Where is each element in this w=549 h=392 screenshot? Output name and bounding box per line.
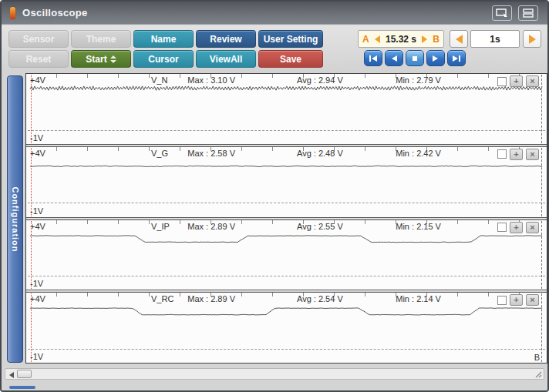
cursor-b-marker-label: B: [534, 353, 540, 362]
channel-select-checkbox[interactable]: [497, 296, 507, 305]
playback-controls: [364, 50, 466, 66]
top-voltage-label: +4V: [30, 294, 45, 303]
cursor-b-line: [541, 75, 542, 143]
top-voltage-label: +4V: [30, 222, 45, 231]
channel-avg: Avg : 2.54 V: [297, 294, 343, 303]
titlebar: Oscilloscope: [2, 2, 547, 25]
window-restore-button[interactable]: [492, 5, 512, 21]
start-button[interactable]: Start: [71, 50, 131, 68]
range-b-right-arrow-icon[interactable]: [422, 35, 427, 43]
waveform-v-g: [26, 147, 547, 217]
channel-close-button[interactable]: ×: [526, 149, 539, 160]
reset-button[interactable]: Reset: [8, 50, 69, 68]
channel-select-checkbox[interactable]: [497, 149, 507, 159]
cursor-a-label: A: [362, 34, 369, 45]
toolbar-row-2: Reset Start Cursor ViewAll Save: [8, 50, 323, 68]
channel-min: Min : 2.15 V: [396, 222, 441, 231]
sensor-button[interactable]: Sensor: [8, 30, 69, 48]
channel-min: Min : 2.42 V: [396, 149, 441, 158]
minus-1v-dashed-line: [28, 130, 545, 131]
cursor-b-line: [541, 221, 542, 290]
channel-zoom-button[interactable]: +: [510, 75, 523, 87]
user-setting-button[interactable]: User Setting: [258, 30, 323, 48]
channel-name: V_RC: [151, 294, 173, 303]
step-forward-icon: [432, 55, 440, 62]
waveform-v-n: [26, 74, 547, 144]
user-setting-button-label: User Setting: [264, 34, 318, 45]
channels-container: +4V V_N Max : 3.10 V Avg : 2.94 V Min : …: [25, 73, 547, 364]
scope-content-area: Configuration +4V V_N Max : 3.10 V Avg :…: [2, 72, 547, 390]
right-arrow-icon: [529, 35, 536, 44]
channel-v-rc: +4V V_RC Max : 2.89 V Avg : 2.54 V Min :…: [26, 293, 547, 363]
top-voltage-label: +4V: [30, 75, 45, 85]
channel-zoom-button[interactable]: +: [510, 222, 523, 233]
configuration-panel-tab[interactable]: Configuration: [7, 75, 23, 363]
step-forward-button[interactable]: [426, 50, 445, 66]
viewall-button-label: ViewAll: [210, 54, 242, 65]
left-arrow-icon: [456, 35, 463, 44]
channel-close-button[interactable]: ×: [526, 75, 539, 87]
waveform-v-ip: [26, 220, 547, 290]
step-back-icon: [390, 55, 398, 62]
reset-button-label: Reset: [26, 54, 52, 65]
name-button[interactable]: Name: [133, 30, 194, 48]
step-back-button[interactable]: [385, 50, 403, 66]
skip-to-start-button[interactable]: [364, 50, 382, 66]
oscilloscope-window: Oscilloscope Sensor Theme Name Review Us…: [0, 0, 549, 392]
stacked-bars-icon: [523, 8, 534, 18]
minus-1v-dashed-line: [28, 276, 545, 276]
channel-max: Max : 2.89 V: [187, 294, 235, 303]
channel-zoom-button[interactable]: +: [510, 149, 523, 160]
theme-button-label: Theme: [86, 34, 116, 45]
window-menu-button[interactable]: [518, 5, 538, 21]
cursor-button[interactable]: Cursor: [133, 50, 194, 68]
horizontal-scrollbar[interactable]: [5, 368, 544, 380]
channel-v-ip: +4V V_IP Max : 2.89 V Avg : 2.55 V Min :…: [26, 220, 547, 290]
channel-avg: Avg : 2.48 V: [297, 149, 343, 158]
channel-controls: + ×: [497, 222, 539, 233]
top-voltage-label: +4V: [30, 149, 45, 158]
channel-select-checkbox[interactable]: [497, 77, 507, 86]
timebase-decrease-button[interactable]: [450, 30, 468, 48]
channel-min: Min : 2.14 V: [396, 294, 441, 303]
scroll-left-arrow-icon[interactable]: [9, 372, 14, 378]
bottom-voltage-label: -1V: [30, 133, 43, 142]
ab-range-display: A 15.32 s B: [358, 30, 444, 48]
bottom-accent-strip: [9, 386, 35, 389]
sensor-button-label: Sensor: [23, 34, 55, 45]
channel-select-checkbox[interactable]: [497, 223, 507, 232]
toolbar: Sensor Theme Name Review User Setting Re…: [2, 25, 547, 72]
window-restore-icon: [496, 8, 508, 18]
bottom-voltage-label: -1V: [30, 206, 43, 216]
timebase-increase-button[interactable]: [523, 30, 541, 48]
cursor-b-line: [541, 148, 542, 216]
name-button-label: Name: [151, 34, 177, 45]
skip-to-end-button[interactable]: [447, 50, 466, 66]
ab-range-value: 15.32 s: [386, 34, 416, 45]
channel-zoom-button[interactable]: +: [510, 294, 523, 306]
range-a-left-arrow-icon[interactable]: [375, 35, 380, 43]
bottom-voltage-label: -1V: [30, 352, 43, 361]
cursor-b-line: [541, 293, 542, 362]
review-button-label: Review: [210, 34, 241, 45]
window-title: Oscilloscope: [22, 7, 88, 18]
scrollbar-thumb[interactable]: [17, 370, 32, 378]
channel-v-g: +4V V_G Max : 2.58 V Avg : 2.48 V Min : …: [26, 147, 547, 217]
save-button[interactable]: Save: [258, 50, 323, 68]
channel-close-button[interactable]: ×: [526, 222, 539, 233]
waveform-v-rc: [26, 293, 547, 363]
review-button[interactable]: Review: [196, 30, 256, 48]
channel-controls: + ×: [497, 294, 539, 306]
channel-name: V_G: [151, 149, 168, 158]
channel-v-n: +4V V_N Max : 3.10 V Avg : 2.94 V Min : …: [26, 74, 547, 144]
stop-button[interactable]: [406, 50, 424, 66]
stop-icon: [411, 55, 419, 62]
timebase-value[interactable]: 1s: [470, 30, 520, 48]
minus-1v-dashed-line: [28, 349, 545, 350]
channel-avg: Avg : 2.55 V: [297, 222, 343, 231]
resize-grip-icon[interactable]: [534, 370, 542, 378]
theme-button[interactable]: Theme: [71, 30, 131, 48]
channel-close-button[interactable]: ×: [526, 294, 539, 306]
start-stepper-icon: [110, 55, 116, 63]
viewall-button[interactable]: ViewAll: [196, 50, 256, 68]
